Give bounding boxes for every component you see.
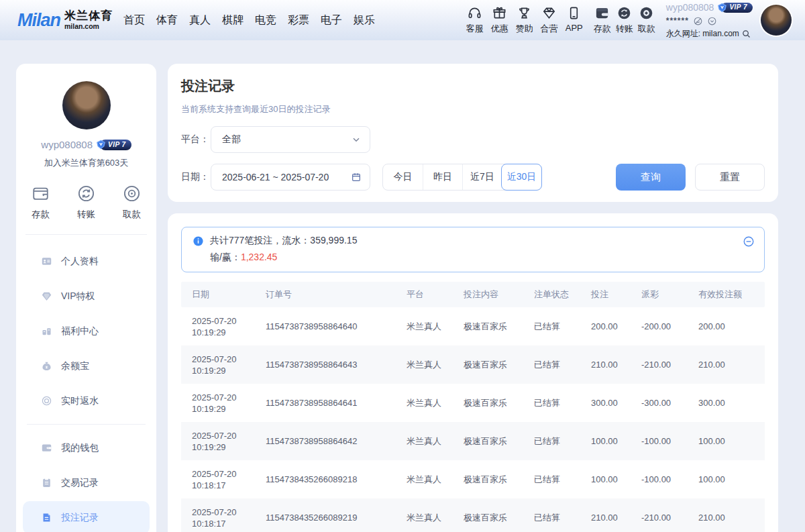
brand-logo[interactable]: Milan 米兰体育 milan.com bbox=[17, 10, 113, 31]
summary-turnover-value: 359,999.15 bbox=[310, 235, 357, 246]
cell-content: 极速百家乐 bbox=[464, 321, 534, 333]
sidebar-item-rebate[interactable]: 实时返水 bbox=[23, 384, 150, 417]
wallet-shortcuts: 存款 转账 取款 bbox=[594, 5, 655, 35]
header-withdraw[interactable]: 取款 bbox=[638, 5, 655, 35]
gift-icon bbox=[492, 5, 507, 21]
cell-content: 极速百家乐 bbox=[464, 512, 534, 524]
service-sponsor-label: 赞助 bbox=[516, 23, 533, 35]
sidebar-item-label: 个人资料 bbox=[61, 256, 99, 268]
cell-date: 2025-07-2010:19:29 bbox=[192, 315, 266, 338]
brand-logo-script: Milan bbox=[17, 10, 60, 31]
sidebar-item-label: 实时返水 bbox=[61, 395, 99, 407]
sidebar-item-welfare[interactable]: 福利中心 bbox=[23, 315, 150, 348]
chevron-down-icon bbox=[351, 134, 362, 145]
service-partner[interactable]: 合营 bbox=[541, 5, 558, 35]
transfer-outline-icon bbox=[76, 184, 96, 203]
nav-item-slots[interactable]: 电子 bbox=[319, 11, 343, 30]
cell-payout: -200.00 bbox=[641, 321, 698, 331]
nav-item-lottery[interactable]: 彩票 bbox=[286, 11, 311, 30]
deposit-dark-icon bbox=[594, 5, 610, 21]
service-shortcuts: 客服 优惠 赞助 合营 APP bbox=[466, 5, 583, 35]
cell-status: 已结算 bbox=[534, 435, 591, 447]
nav-item-entertainment[interactable]: 娱乐 bbox=[352, 11, 376, 30]
gem-icon bbox=[41, 290, 52, 302]
refresh-circle-icon[interactable] bbox=[707, 16, 717, 26]
range-today-button[interactable]: 今日 bbox=[383, 164, 423, 190]
pouch-icon bbox=[41, 360, 52, 372]
quick-transfer[interactable]: 转账 bbox=[76, 184, 96, 221]
header-deposit[interactable]: 存款 bbox=[594, 5, 611, 35]
cell-bet: 100.00 bbox=[591, 436, 641, 446]
id-card-icon bbox=[41, 256, 52, 267]
date-row: 日期： 2025-06-21 ~ 2025-07-20 今日 昨日 近7日 近3… bbox=[181, 164, 765, 191]
cell-valid: 200.00 bbox=[698, 321, 765, 331]
nav-item-home[interactable]: 首页 bbox=[122, 11, 146, 30]
service-app[interactable]: APP bbox=[566, 5, 583, 35]
sidebar-item-transactions[interactable]: 交易记录 bbox=[23, 466, 150, 499]
cell-order: 1154738738958864642 bbox=[266, 436, 407, 446]
platform-select[interactable]: 全部 bbox=[211, 126, 370, 153]
date-range-input[interactable]: 2025-06-21 ~ 2025-07-20 bbox=[211, 164, 370, 191]
service-promo-label: 优惠 bbox=[491, 23, 508, 35]
service-support[interactable]: 客服 bbox=[466, 5, 484, 35]
eye-off-icon[interactable] bbox=[693, 16, 703, 26]
header-transfer[interactable]: 转账 bbox=[616, 5, 633, 35]
sidebar-item-wallet[interactable]: 我的钱包 bbox=[23, 431, 150, 464]
date-label: 日期： bbox=[181, 171, 211, 183]
masked-balance: ****** bbox=[666, 17, 689, 25]
nav-item-esports[interactable]: 电竞 bbox=[254, 11, 278, 30]
results-card: 共计777笔投注，流水：359,999.15 输/赢：1,232.45 日期 订… bbox=[168, 213, 778, 532]
sidebar-menu: 个人资料 VIP特权 福利中心 余额宝 实时返水 我的钱包 交易记录 bbox=[16, 235, 156, 532]
cell-date: 2025-07-2010:19:29 bbox=[192, 430, 266, 453]
profile-avatar[interactable] bbox=[62, 81, 111, 129]
col-content: 投注内容 bbox=[464, 288, 534, 301]
table-body: 2025-07-2010:19:29 1154738738958864640 米… bbox=[181, 307, 765, 532]
service-promo[interactable]: 优惠 bbox=[491, 5, 508, 35]
nav-item-cards[interactable]: 棋牌 bbox=[221, 11, 245, 30]
quick-deposit[interactable]: 存款 bbox=[31, 184, 50, 221]
top-navbar: Milan 米兰体育 milan.com 首页 体育 真人 棋牌 电竞 彩票 电… bbox=[0, 0, 805, 40]
range-7days-button[interactable]: 近7日 bbox=[462, 164, 502, 190]
cell-order: 1154738435266089218 bbox=[266, 474, 407, 484]
cell-status: 已结算 bbox=[534, 474, 591, 486]
wallet-fill-icon bbox=[41, 442, 52, 454]
quick-withdraw[interactable]: 取款 bbox=[122, 184, 142, 221]
cell-payout: -210.00 bbox=[641, 513, 698, 523]
range-segmented-control: 今日 昨日 近7日 近30日 bbox=[382, 164, 542, 191]
cell-status: 已结算 bbox=[534, 512, 591, 524]
bet-records-table: 日期 订单号 平台 投注内容 注单状态 投注 派彩 有效投注额 2025-07-… bbox=[181, 282, 765, 532]
withdraw-dark-icon bbox=[639, 5, 654, 21]
reset-button[interactable]: 重置 bbox=[695, 164, 765, 191]
sidebar-item-vip[interactable]: VIP特权 bbox=[23, 280, 150, 313]
search-button[interactable]: 查询 bbox=[616, 164, 686, 191]
vip-badge: VIP 7 bbox=[716, 2, 753, 13]
service-sponsor[interactable]: 赞助 bbox=[516, 5, 533, 35]
nav-item-live[interactable]: 真人 bbox=[188, 11, 212, 30]
col-platform: 平台 bbox=[407, 288, 464, 301]
sidebar-item-label: 投注记录 bbox=[61, 512, 99, 524]
summary-banner: 共计777笔投注，流水：359,999.15 输/赢：1,232.45 bbox=[181, 227, 765, 272]
cell-platform: 米兰真人 bbox=[407, 474, 464, 486]
service-app-label: APP bbox=[566, 23, 583, 33]
table-row: 2025-07-2010:18:17 1154738435266089219 米… bbox=[181, 498, 765, 532]
sidebar-item-profile[interactable]: 个人资料 bbox=[23, 245, 150, 278]
range-30days-button[interactable]: 近30日 bbox=[501, 164, 542, 191]
collapse-icon[interactable] bbox=[743, 235, 755, 248]
sidebar-item-yuebao[interactable]: 余额宝 bbox=[23, 350, 150, 382]
withdraw-outline-icon bbox=[122, 184, 142, 203]
header-withdraw-label: 取款 bbox=[638, 23, 655, 35]
quick-transfer-label: 转账 bbox=[77, 209, 95, 221]
cell-date: 2025-07-2010:19:29 bbox=[192, 392, 266, 415]
range-yesterday-button[interactable]: 昨日 bbox=[423, 164, 462, 190]
sidebar-item-label: VIP特权 bbox=[61, 290, 95, 303]
welfare-icon bbox=[41, 325, 52, 337]
cell-platform: 米兰真人 bbox=[407, 321, 464, 333]
nav-item-sports[interactable]: 体育 bbox=[155, 11, 179, 30]
cell-date: 2025-07-2010:18:17 bbox=[192, 507, 266, 529]
avatar[interactable] bbox=[761, 5, 792, 36]
summary-winloss-label: 输/赢： bbox=[210, 252, 241, 262]
service-partner-label: 合营 bbox=[541, 23, 558, 35]
sidebar-item-bet-records[interactable]: 投注记录 bbox=[23, 501, 150, 532]
magnifier-icon[interactable] bbox=[741, 29, 751, 39]
col-valid: 有效投注额 bbox=[698, 288, 765, 301]
